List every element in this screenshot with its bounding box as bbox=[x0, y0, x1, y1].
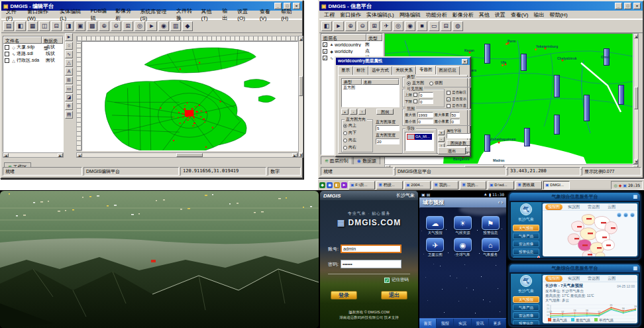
attr-input[interactable] bbox=[447, 133, 470, 138]
legend-param-button[interactable]: 图例参数 bbox=[447, 140, 470, 146]
info-icon[interactable]: ◉ bbox=[405, 21, 415, 31]
sidebar-menu-1[interactable]: 气象产品 bbox=[513, 233, 539, 239]
taskbar-button-5[interactable]: ▣ D:\sd... bbox=[488, 181, 514, 190]
radio-direction[interactable]: 向下 bbox=[343, 130, 371, 136]
zoom-out-icon[interactable]: ⊖ bbox=[111, 21, 121, 31]
menu-item-4[interactable]: 功能分析 bbox=[424, 11, 449, 19]
histogram-bar[interactable] bbox=[554, 115, 560, 135]
draw-line-icon[interactable]: ∿ bbox=[65, 50, 73, 58]
save-icon[interactable]: ▦ bbox=[27, 21, 38, 31]
tray-network-icon[interactable]: ▣ bbox=[623, 183, 627, 188]
menu-item-9[interactable]: 输出 bbox=[531, 11, 546, 19]
content-tab-0[interactable]: 预报图 bbox=[545, 276, 563, 282]
field-add-button[interactable]: + bbox=[438, 130, 445, 135]
move-icon[interactable]: ⊕ bbox=[65, 102, 73, 110]
menu-item-2[interactable]: 实体编辑(L) bbox=[364, 11, 396, 19]
remember-checkbox[interactable]: ✓ bbox=[384, 278, 390, 283]
field-selected[interactable]: GA_MI... bbox=[415, 134, 432, 140]
select-icon[interactable]: ► bbox=[333, 21, 344, 31]
erase-icon[interactable]: ◪ bbox=[65, 93, 73, 101]
new-icon[interactable]: ▤ bbox=[3, 21, 14, 31]
layer-checkbox[interactable]: ✓ bbox=[323, 56, 327, 60]
file-panel-hscrollbar[interactable]: ◄ ► bbox=[3, 152, 64, 158]
app-tile[interactable]: ✈卫星云图 bbox=[423, 238, 447, 257]
tray-volume-icon[interactable]: ◆ bbox=[619, 183, 622, 188]
nav-tab-3[interactable]: 资讯 bbox=[472, 319, 489, 328]
taskbar-button-7[interactable]: ▣ DMGI... bbox=[543, 181, 570, 190]
terrain-3d-view[interactable] bbox=[0, 191, 319, 328]
menu-item-4[interactable]: 影像分析 bbox=[113, 7, 136, 22]
tray-clock[interactable]: 20:35 bbox=[628, 183, 640, 188]
info-titlebar[interactable]: ▣ DMGIS - 信息平台 _ □ × bbox=[319, 1, 643, 11]
draw-polygon-icon[interactable]: △ bbox=[65, 59, 73, 67]
tray-antivirus-icon[interactable]: ◎ bbox=[614, 183, 617, 188]
menu-item-0[interactable]: 文件(F) bbox=[4, 8, 24, 21]
histogram-bar[interactable] bbox=[484, 44, 490, 64]
taskbar-button-2[interactable]: ▣ 2004... bbox=[404, 181, 431, 190]
flag-checkbox[interactable]: 是否压盖 bbox=[447, 103, 466, 108]
flag-checkbox[interactable]: 是否标注 bbox=[447, 90, 466, 95]
dialog-tab-5[interactable]: 图层信息 bbox=[436, 66, 460, 75]
identify-icon[interactable]: ◉ bbox=[158, 21, 169, 31]
help-icon[interactable]: ◆ bbox=[182, 21, 193, 31]
layer-checkbox[interactable]: ✓ bbox=[323, 42, 327, 47]
shanghai-map[interactable] bbox=[82, 42, 298, 151]
pager-arrows-icon[interactable]: ‹ › bbox=[498, 199, 503, 205]
grid-icon[interactable]: ⊞ bbox=[65, 76, 73, 84]
menu-item-11[interactable]: 帮助(H) bbox=[279, 8, 299, 21]
select-icon[interactable]: ► bbox=[146, 21, 157, 31]
menu-item-1[interactable]: 窗口操作(W) bbox=[25, 8, 56, 21]
layer-checkbox[interactable] bbox=[5, 45, 9, 50]
sidebar-menu-0[interactable]: 天气预报 bbox=[513, 225, 539, 231]
legend-button[interactable]: 图例 bbox=[376, 109, 394, 115]
min-input[interactable]: 0 bbox=[417, 119, 433, 124]
up-theme-button[interactable]: ↑ bbox=[358, 109, 366, 115]
menu-grid-icon[interactable]: ▦ bbox=[633, 266, 637, 271]
radio-pie[interactable]: 饼图 bbox=[429, 80, 443, 86]
zoom-in-icon[interactable]: ⊕ bbox=[345, 21, 356, 31]
layer-row[interactable]: ✓◆worldcity点 bbox=[321, 48, 382, 54]
exit-button[interactable]: 退出 bbox=[381, 291, 407, 300]
zoom-out-icon[interactable]: ⊖ bbox=[357, 21, 368, 31]
histogram-bar[interactable] bbox=[521, 54, 527, 71]
pan-icon[interactable]: ⊞ bbox=[123, 21, 133, 31]
menu-item-6[interactable]: 文件转换 bbox=[174, 7, 197, 22]
refresh-icon[interactable]: ◎ bbox=[393, 21, 403, 31]
menu-item-8[interactable]: 查看(V) bbox=[509, 11, 531, 19]
content-tab-1[interactable]: 实况图 bbox=[565, 276, 582, 282]
thickness-input[interactable]: 5 bbox=[376, 125, 400, 131]
save-all-icon[interactable]: ◫ bbox=[39, 21, 50, 31]
measure-icon[interactable]: ▭ bbox=[65, 85, 73, 93]
sidebar-menu-3[interactable]: 预警信息 bbox=[513, 320, 539, 325]
histogram-bar[interactable] bbox=[554, 75, 560, 97]
theme-list[interactable]: 类型 名称 直方图 bbox=[341, 78, 400, 107]
layer-checkbox[interactable] bbox=[5, 52, 9, 56]
map-vscrollbar[interactable]: ▲ ▼ bbox=[298, 36, 303, 158]
sidebar-menu-1[interactable]: 气象产品 bbox=[513, 304, 539, 311]
add-theme-button[interactable]: + bbox=[341, 109, 349, 115]
minimize-icon[interactable]: _ bbox=[615, 3, 622, 9]
dialog-close-icon[interactable]: × bbox=[462, 59, 468, 64]
open-icon[interactable]: ◧ bbox=[321, 21, 332, 31]
open-icon[interactable]: ◧ bbox=[15, 21, 26, 31]
map-hscrollbar[interactable]: ◄ ► bbox=[76, 152, 298, 158]
account-input[interactable] bbox=[341, 245, 402, 253]
layer-panel-col-name[interactable]: 图层名 bbox=[321, 34, 366, 41]
radio-direction[interactable]: 向右 bbox=[343, 144, 371, 150]
app-tile[interactable]: ⚑预警信息 bbox=[478, 216, 502, 235]
content-tab-1[interactable]: 实况图 bbox=[565, 204, 582, 210]
histogram-bar[interactable] bbox=[584, 95, 590, 121]
theme-list-row[interactable]: 直方图 bbox=[342, 85, 399, 91]
menu-item-5[interactable]: 影像分析 bbox=[451, 11, 476, 19]
max-input[interactable]: 1993 bbox=[417, 112, 433, 117]
zoom-in-icon[interactable]: ⊕ bbox=[99, 21, 109, 31]
histogram-bar[interactable] bbox=[524, 128, 530, 146]
exit-button[interactable]: 退出 bbox=[438, 147, 466, 154]
quicklaunch-browser-icon[interactable]: ◉ bbox=[327, 182, 333, 188]
menu-item-1[interactable]: 窗口操作 bbox=[338, 11, 363, 19]
attributes-icon[interactable]: ▤ bbox=[65, 111, 73, 119]
menu-item-9[interactable]: 设置(O) bbox=[235, 8, 256, 21]
app-tile[interactable]: ⌂气象服务 bbox=[478, 238, 502, 257]
pan-icon[interactable]: ✈ bbox=[381, 21, 392, 31]
sidebar-menu-3[interactable]: 预警信息 bbox=[513, 248, 539, 255]
